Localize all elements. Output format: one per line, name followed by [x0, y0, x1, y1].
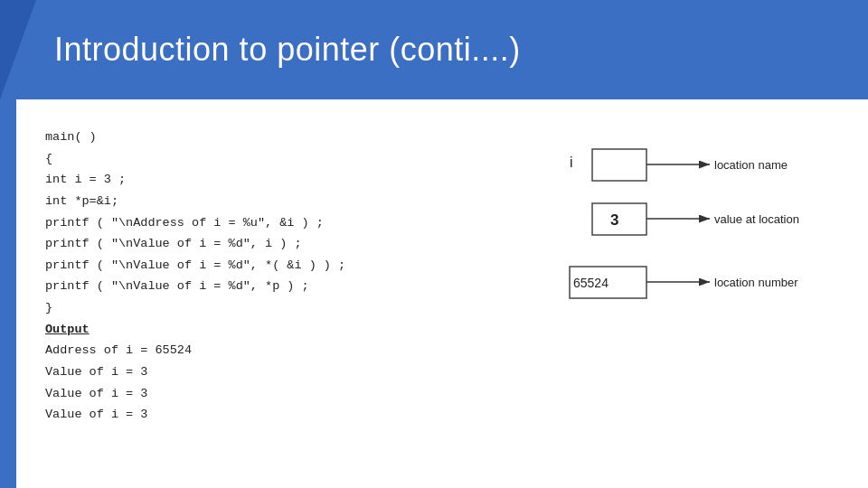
svg-rect-0	[592, 149, 646, 181]
svg-rect-2	[592, 203, 646, 235]
code-line-3: int i = 3 ;	[45, 169, 524, 191]
output-line-2: Value of i = 3	[45, 361, 524, 383]
value-in-box: 3	[610, 211, 618, 229]
code-line-9: }	[45, 297, 524, 319]
location-number-value: 65524	[573, 276, 609, 290]
content-area: main( ) { int i = 3 ; int *p=&i; printf …	[0, 99, 868, 444]
location-number-label: location number	[714, 276, 798, 289]
output-line-4: Value of i = 3	[45, 404, 524, 426]
code-line-7: printf ( "\nValue of i = %d", *( &i ) ) …	[45, 255, 524, 277]
location-name-label: location name	[714, 158, 788, 172]
code-line-6: printf ( "\nValue of i = %d", i ) ;	[45, 233, 524, 255]
code-line-8: printf ( "\nValue of i = %d", *p ) ;	[45, 276, 524, 297]
code-line-1: main( )	[45, 127, 524, 148]
code-block: main( ) { int i = 3 ; int *p=&i; printf …	[45, 127, 524, 426]
value-at-location-label: value at location	[714, 212, 799, 226]
diagram-svg: i location name 3 value at location 6552…	[542, 136, 823, 316]
output-label: Output	[45, 319, 524, 341]
code-line-4: int *p=&i;	[45, 191, 524, 212]
i-label: i	[570, 155, 573, 170]
slide: Introduction to pointer (conti....) main…	[0, 0, 868, 488]
pointer-diagram: i location name 3 value at location 6552…	[542, 127, 832, 426]
output-line-3: Value of i = 3	[45, 383, 524, 405]
slide-title: Introduction to pointer (conti....)	[54, 31, 521, 69]
code-line-5: printf ( "\nAddress of i = %u", &i ) ;	[45, 212, 524, 234]
header-bar: Introduction to pointer (conti....)	[0, 0, 868, 99]
left-accent	[0, 99, 16, 488]
code-line-2: {	[45, 148, 524, 170]
output-line-1: Address of i = 65524	[45, 340, 524, 361]
